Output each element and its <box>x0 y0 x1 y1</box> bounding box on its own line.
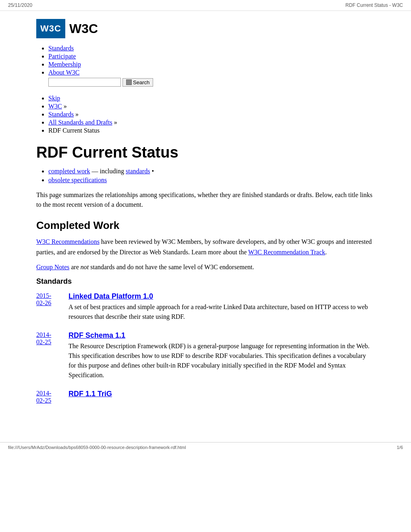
breadcrumb-skip[interactable]: Skip <box>48 95 375 102</box>
spec-title-link-rdfschema[interactable]: RDF Schema 1.1 <box>68 331 125 339</box>
bottom-bar: file:///Users/MrAdz/Downloads/bps68059-0… <box>0 442 411 452</box>
spec-date-link-trig[interactable]: 2014-02-25 <box>36 390 51 404</box>
nav-item-about[interactable]: About W3C <box>48 69 375 76</box>
logo-link[interactable]: W3C <box>36 19 69 38</box>
link-group-notes[interactable]: Group Notes <box>36 264 69 270</box>
spec-title-link-ldp[interactable]: Linked Data Platform 1.0 <box>68 292 153 300</box>
spec-date-link-ldp[interactable]: 2015-02-26 <box>36 292 51 306</box>
spec-entry-trig: 2014-02-25 RDF 1.1 TriG <box>36 390 375 404</box>
spec-title-rdfschema: RDF Schema 1.1 <box>68 331 375 340</box>
subsection-title-standards: Standards <box>36 277 375 286</box>
toc-item-completed: completed work — including standards • <box>48 168 375 175</box>
spec-body-ldp: Linked Data Platform 1.0 A set of best p… <box>64 292 375 322</box>
search-button[interactable]: Search <box>122 78 153 87</box>
toc-link-completed[interactable]: completed work <box>48 168 90 175</box>
spec-title-link-trig[interactable]: RDF 1.1 TriG <box>68 390 112 398</box>
page-description: This page summarizes the relationships a… <box>36 190 375 210</box>
spec-date-ldp: 2015-02-26 <box>36 292 64 322</box>
logo-area: W3C W3C <box>36 19 375 38</box>
bottom-page-num: 1/6 <box>397 445 403 450</box>
logo-image: W3C <box>36 19 65 38</box>
spec-desc-rdfschema: The Resource Description Framework (RDF)… <box>68 341 375 380</box>
toc-link-obsolete[interactable]: obsolete specifications <box>48 177 107 183</box>
link-w3c-recommendations[interactable]: W3C Recommendations <box>36 238 100 245</box>
spec-entry-rdfschema: 2014-02-25 RDF Schema 1.1 The Resource D… <box>36 331 375 380</box>
spec-date-rdfschema: 2014-02-25 <box>36 331 64 380</box>
spec-title-ldp: Linked Data Platform 1.0 <box>68 292 375 301</box>
link-recommendation-track[interactable]: W3C Recommendation Track <box>248 249 325 256</box>
spec-date-link-rdfschema[interactable]: 2014-02-25 <box>36 331 51 345</box>
page-title: RDF Current Status <box>36 144 375 161</box>
nav-item-search: Search <box>48 78 375 87</box>
logo-site-name: W3C <box>69 21 98 36</box>
browser-date: 25/11/2020 <box>8 2 32 8</box>
toc-link-standards[interactable]: standards <box>126 168 150 175</box>
spec-desc-ldp: A set of best practices and simple appro… <box>68 302 375 322</box>
toc-item-obsolete: obsolete specifications <box>48 177 375 184</box>
search-icon <box>126 79 132 85</box>
toc-list: completed work — including standards • o… <box>36 168 375 184</box>
nav-item-membership[interactable]: Membership <box>48 61 375 68</box>
breadcrumb-nav: Skip W3C » Standards » All Standards and… <box>36 95 375 134</box>
spec-body-rdfschema: RDF Schema 1.1 The Resource Description … <box>64 331 375 380</box>
spec-entry-ldp: 2015-02-26 Linked Data Platform 1.0 A se… <box>36 292 375 322</box>
spec-date-trig: 2014-02-25 <box>36 390 64 404</box>
search-input[interactable] <box>48 78 121 87</box>
spec-body-trig: RDF 1.1 TriG <box>64 390 375 404</box>
section-title-completed: Completed Work <box>36 219 375 232</box>
search-row: Search <box>48 78 375 87</box>
breadcrumb-current: RDF Current Status <box>48 127 375 134</box>
browser-title: RDF Current Status - W3C <box>345 2 403 8</box>
breadcrumb-standards[interactable]: Standards » <box>48 111 375 118</box>
nav-item-standards[interactable]: Standards <box>48 45 375 52</box>
browser-bar: 25/11/2020 RDF Current Status - W3C <box>0 0 411 11</box>
section-para-group-notes: Group Notes are not standards and do not… <box>36 262 375 272</box>
search-button-label: Search <box>133 79 149 85</box>
spec-title-trig: RDF 1.1 TriG <box>68 390 375 398</box>
main-nav: Standards Participate Membership About W… <box>36 45 375 87</box>
nav-item-participate[interactable]: Participate <box>48 53 375 60</box>
bottom-url: file:///Users/MrAdz/Downloads/bps68059-0… <box>8 445 186 450</box>
page-content: W3C W3C Standards Participate Membership… <box>20 11 391 430</box>
logo-img-text: W3C <box>40 23 61 34</box>
breadcrumb-all-standards[interactable]: All Standards and Drafts » <box>48 119 375 126</box>
section-para-recommendations: W3C Recommendations have been reviewed b… <box>36 237 375 257</box>
breadcrumb-w3c[interactable]: W3C » <box>48 103 375 110</box>
